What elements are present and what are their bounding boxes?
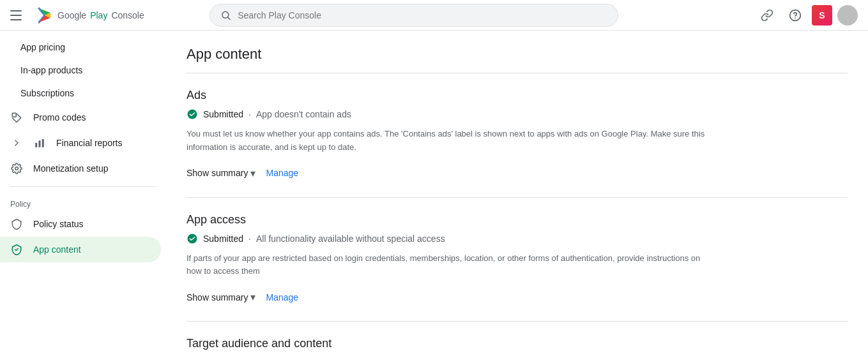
help-icon-button[interactable] — [784, 4, 807, 27]
app-access-status: Submitted — [203, 234, 243, 244]
svg-rect-7 — [42, 139, 44, 147]
svg-point-8 — [15, 167, 19, 170]
content-area: App content Ads Submitted · App doesn't … — [166, 31, 868, 358]
chevron-down-icon: ▾ — [250, 291, 255, 303]
ads-show-summary-label: Show summary — [187, 168, 248, 178]
target-audience-section: Target audience and content — [187, 337, 848, 350]
sidebar-item-policy-status[interactable]: Policy status — [0, 211, 161, 237]
ads-check-icon — [187, 108, 198, 120]
app-access-section: App access Submitted · All functionality… — [187, 213, 848, 306]
search-bar[interactable] — [209, 4, 618, 27]
sidebar: App pricing In-app products Subscription… — [0, 31, 166, 358]
ads-divider — [187, 197, 848, 198]
sidebar-item-label: Policy status — [33, 219, 84, 229]
search-input[interactable] — [238, 10, 607, 20]
logo-console: Console — [111, 10, 144, 20]
user-avatar[interactable] — [837, 5, 858, 26]
app-badge-letter: S — [819, 10, 825, 20]
help-icon — [789, 9, 802, 22]
logo-google: Google — [57, 10, 86, 20]
svg-rect-5 — [35, 143, 37, 147]
svg-rect-6 — [39, 140, 41, 147]
svg-line-1 — [228, 17, 230, 19]
main-layout: App pricing In-app products Subscription… — [0, 31, 868, 358]
logo-area: Google Play Console — [36, 6, 144, 24]
app-access-detail: All functionality available without spec… — [256, 234, 445, 244]
target-audience-title: Target audience and content — [187, 337, 848, 350]
top-divider — [187, 73, 848, 73]
app-access-description: If parts of your app are restricted base… — [187, 252, 710, 279]
svg-point-3 — [795, 17, 796, 19]
sidebar-item-subscriptions[interactable]: Subscriptions — [0, 82, 161, 105]
sidebar-item-promo-codes[interactable]: Promo codes — [0, 105, 161, 130]
ads-show-summary-button[interactable]: Show summary ▾ — [187, 165, 255, 182]
app-access-action-row: Show summary ▾ Manage — [187, 288, 848, 306]
link-icon-button[interactable] — [756, 4, 779, 27]
link-icon — [761, 9, 773, 22]
app-badge[interactable]: S — [812, 5, 832, 26]
search-icon — [220, 10, 231, 21]
shield-icon — [10, 218, 23, 230]
gear-icon — [10, 162, 23, 175]
app-header: Google Play Console S — [0, 0, 868, 31]
svg-rect-4 — [12, 113, 16, 117]
policy-section-label: Policy — [0, 192, 166, 211]
sidebar-item-app-content[interactable]: App content — [0, 237, 161, 262]
chevron-down-icon: ▾ — [250, 167, 255, 179]
app-access-title: App access — [187, 213, 848, 227]
ads-detail: App doesn't contain ads — [256, 109, 351, 119]
app-access-check-icon — [187, 233, 198, 244]
ads-manage-link[interactable]: Manage — [266, 168, 298, 178]
ads-section: Ads Submitted · App doesn't contain ads … — [187, 89, 848, 182]
ads-status-row: Submitted · App doesn't contain ads — [187, 108, 848, 120]
sidebar-item-label: Monetization setup — [33, 163, 109, 174]
menu-icon[interactable] — [10, 8, 26, 23]
sidebar-item-in-app-products[interactable]: In-app products — [0, 59, 161, 82]
ads-dot: · — [248, 109, 251, 119]
page-title: App content — [187, 46, 848, 63]
sidebar-item-label: App pricing — [20, 42, 65, 52]
sidebar-item-label: In-app products — [20, 65, 82, 75]
tag-icon — [10, 111, 23, 124]
sidebar-item-label: Financial reports — [56, 138, 123, 148]
ads-action-row: Show summary ▾ Manage — [187, 165, 848, 182]
expand-icon — [10, 137, 23, 149]
logo-play: Play — [90, 10, 107, 20]
app-access-status-row: Submitted · All functionality available … — [187, 233, 848, 244]
sidebar-item-label: Subscriptions — [20, 88, 74, 98]
app-access-divider — [187, 321, 848, 322]
app-access-dot: · — [248, 234, 251, 244]
ads-status: Submitted — [203, 109, 243, 119]
ads-title: Ads — [187, 89, 848, 102]
sidebar-item-financial-reports[interactable]: Financial reports — [0, 130, 161, 156]
sidebar-item-label: Promo codes — [33, 112, 86, 123]
sidebar-item-monetization-setup[interactable]: Monetization setup — [0, 156, 161, 181]
sidebar-item-app-pricing[interactable]: App pricing — [0, 36, 161, 59]
header-left: Google Play Console — [10, 6, 202, 24]
bar-chart-icon — [33, 137, 46, 149]
sidebar-divider — [10, 186, 156, 187]
header-right: S — [756, 4, 858, 27]
play-logo-icon — [36, 6, 54, 24]
app-access-show-summary-button[interactable]: Show summary ▾ — [187, 288, 255, 306]
sidebar-item-label: App content — [33, 244, 81, 255]
ads-description: You must let us know whether your app co… — [187, 128, 710, 154]
app-access-show-summary-label: Show summary — [187, 292, 248, 302]
shield-check-icon — [10, 243, 23, 256]
app-access-manage-link[interactable]: Manage — [266, 292, 298, 302]
